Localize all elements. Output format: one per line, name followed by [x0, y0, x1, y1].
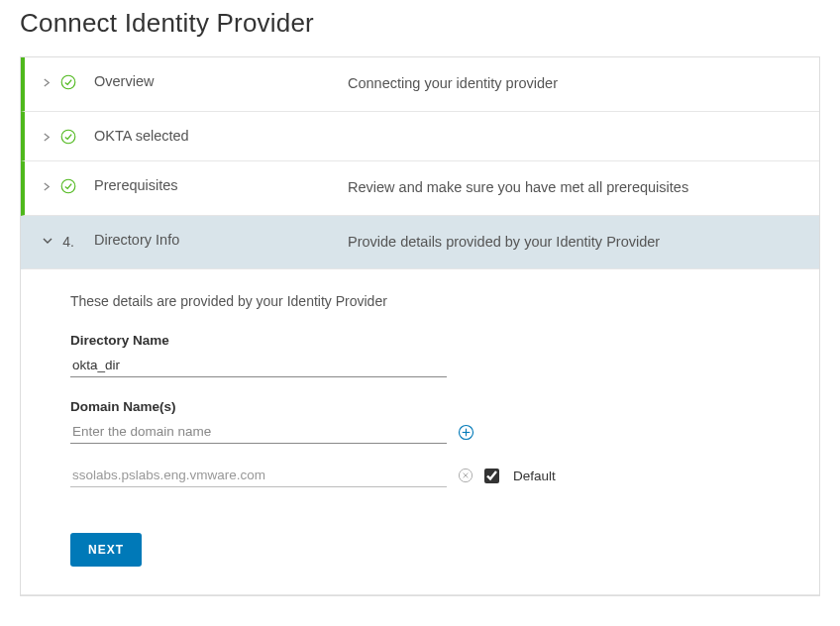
- step-desc: Provide details provided by your Identit…: [348, 232, 801, 254]
- domain-name-input[interactable]: [70, 420, 447, 444]
- step-title: Directory Info: [80, 232, 348, 248]
- step-success-icon: [56, 178, 80, 194]
- step-title: OKTA selected: [80, 128, 348, 144]
- step-number: 4.: [56, 234, 80, 250]
- next-button[interactable]: NEXT: [70, 533, 142, 567]
- domain-entry-value[interactable]: [70, 464, 447, 487]
- svg-point-2: [61, 179, 75, 193]
- step-directory-info[interactable]: 4. Directory Info Provide details provid…: [21, 216, 819, 270]
- chevron-right-icon: [43, 76, 56, 90]
- step-okta-selected[interactable]: OKTA selected: [21, 112, 819, 161]
- step-prerequisites[interactable]: Prerequisites Review and make sure you h…: [21, 161, 819, 216]
- step-desc: Review and make sure you have met all pr…: [348, 177, 801, 199]
- svg-point-0: [61, 75, 75, 89]
- domain-entry-row: Default: [70, 464, 801, 487]
- wizard-container: Overview Connecting your identity provid…: [20, 56, 820, 596]
- directory-name-label: Directory Name: [70, 333, 801, 348]
- step-overview[interactable]: Overview Connecting your identity provid…: [21, 57, 819, 112]
- step-title: Overview: [80, 73, 348, 89]
- domain-names-label: Domain Name(s): [70, 399, 801, 414]
- step-title: Prerequisites: [80, 177, 348, 193]
- directory-name-input[interactable]: [70, 354, 447, 377]
- default-checkbox[interactable]: [484, 469, 499, 483]
- svg-point-1: [61, 130, 75, 144]
- chevron-right-icon: [43, 180, 56, 194]
- step-desc: Connecting your identity provider: [348, 73, 801, 95]
- add-domain-icon[interactable]: [457, 423, 474, 441]
- step-body: These details are provided by your Ident…: [21, 269, 819, 595]
- domain-names-field: Domain Name(s) Default: [70, 399, 801, 487]
- default-checkbox-wrap: [484, 469, 499, 483]
- directory-name-field: Directory Name: [70, 333, 801, 377]
- chevron-right-icon: [43, 131, 56, 145]
- default-label: Default: [513, 469, 556, 483]
- step-success-icon: [56, 74, 80, 90]
- remove-domain-icon[interactable]: [457, 467, 474, 484]
- chevron-down-icon: [43, 235, 56, 249]
- page-title: Connect Identity Provider: [20, 8, 820, 39]
- body-intro-text: These details are provided by your Ident…: [70, 293, 801, 309]
- step-success-icon: [56, 129, 80, 145]
